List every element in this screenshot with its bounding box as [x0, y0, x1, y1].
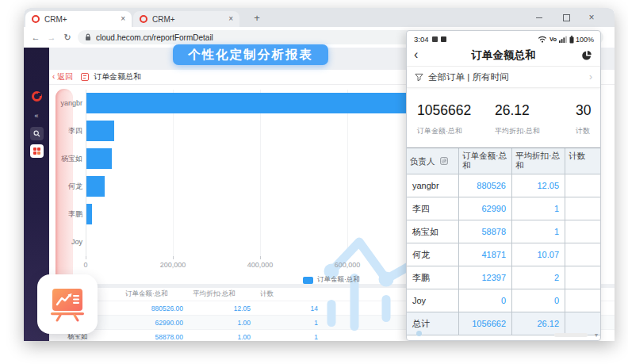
phone-row-name: 李四: [407, 197, 459, 220]
phone-table-row[interactable]: Joy00: [407, 289, 600, 312]
filter-funnel-icon: [415, 73, 423, 82]
summary-metric: 26.12平均折扣·总和: [495, 102, 540, 136]
phone-row-name: yangbr: [407, 174, 459, 197]
wifi-icon: [538, 36, 547, 43]
phone-column-header: 负责人: [407, 148, 459, 174]
chart-tick: [173, 256, 174, 259]
sidebar-report-app-button[interactable]: [24, 144, 49, 158]
page-back-link[interactable]: ‹ 返回: [52, 71, 73, 82]
phone-row-value: 0: [512, 289, 565, 312]
phone-row-value: 1: [512, 197, 565, 220]
mobile-preview-panel: 3:04 Vo 100% ‹ 订单金额总和: [406, 30, 601, 341]
phone-table-row[interactable]: 何龙4187110.07: [407, 243, 600, 266]
row-value: 58878.00: [125, 333, 193, 341]
summary-value: 1056662: [417, 102, 471, 119]
phone-row-value: 880526: [459, 174, 512, 197]
phone-row-value: [565, 266, 601, 289]
chart-tick-label: 200,000: [160, 261, 186, 269]
browser-tab[interactable]: CRM+×: [133, 11, 239, 27]
phone-row-value: [565, 220, 601, 243]
url-text: cloud.hecom.cn/reportFormDetail: [96, 33, 213, 42]
phone-table-row[interactable]: 杨宝如588781: [407, 220, 600, 243]
tab-close-icon[interactable]: ×: [228, 15, 233, 23]
phone-row-name: 杨宝如: [407, 220, 459, 243]
chart-tick-label: 400,000: [247, 261, 274, 269]
feature-badge-label: 个性化定制分析报表: [188, 47, 313, 63]
browser-tab[interactable]: CRM+×: [25, 11, 132, 27]
row-value: 1.00: [193, 333, 260, 341]
feature-badge: 个性化定制分析报表: [173, 44, 328, 65]
column-settings-icon[interactable]: [440, 157, 448, 165]
report-launcher-card[interactable]: [37, 274, 98, 334]
chart-bar[interactable]: [86, 176, 105, 197]
status-time: 3:04: [414, 35, 429, 44]
legend-swatch: [303, 277, 313, 284]
summary-metric: 1056662订单金额·总和: [417, 102, 471, 136]
sidebar-collapse-button[interactable]: «: [24, 111, 49, 121]
phone-filter-row[interactable]: 全部订单 | 所有时间 ›: [407, 67, 600, 88]
window-close-button[interactable]: ×: [580, 8, 603, 27]
phone-row-value: 26.12: [512, 312, 565, 335]
chart-bar[interactable]: [86, 204, 92, 224]
refresh-icon[interactable]: ↻: [60, 27, 75, 48]
filter-label: 全部订单 | 所有时间: [428, 71, 584, 83]
volte-icon: Vo: [550, 36, 557, 43]
chart-gridline: [173, 90, 174, 256]
new-tab-button[interactable]: +: [249, 10, 265, 26]
phone-row-value: [565, 174, 601, 197]
phone-column-header: 平均折扣·总和: [512, 148, 565, 174]
row-value: 12.05: [193, 305, 260, 312]
chart-legend: 订单金额·总和: [303, 275, 360, 285]
phone-nav-bar: ‹ 订单金额总和: [407, 45, 600, 67]
phone-row-value: [565, 243, 601, 266]
phone-table-row[interactable]: 李四629901: [407, 197, 600, 220]
swipe-gesture-highlight: [56, 89, 73, 297]
chart-gridline: [260, 90, 261, 256]
phone-row-value: 2: [512, 266, 565, 289]
back-nav-icon[interactable]: ←: [29, 27, 43, 48]
tab-label: CRM+: [44, 15, 116, 24]
chart-bar[interactable]: [86, 121, 114, 141]
pie-chart-icon[interactable]: [581, 50, 592, 61]
phone-status-bar: 3:04 Vo 100%: [414, 33, 594, 45]
chart-tick: [86, 256, 86, 259]
chevron-right-icon: ›: [589, 71, 592, 82]
phone-table-row[interactable]: 李鹏123972: [407, 266, 600, 289]
tab-close-icon[interactable]: ×: [121, 15, 125, 23]
tab-strip: CRM+×CRM+× + ×: [24, 8, 615, 27]
window-minimize-button[interactable]: [527, 8, 551, 27]
phone-row-name: 何龙: [407, 243, 459, 266]
search-icon: [33, 130, 40, 137]
browser-window: CRM+×CRM+× + × ← → ↻ cloud.hecom.cn/repo…: [24, 8, 615, 341]
column-header: 订单金额·总和: [125, 289, 193, 299]
phone-table-row[interactable]: yangbr88052612.05: [407, 174, 600, 197]
tab-label: CRM+: [152, 15, 224, 24]
phone-row-value: 62990: [459, 197, 512, 220]
phone-row-name: 总计: [407, 312, 459, 335]
sidebar-search-button[interactable]: [24, 126, 49, 140]
summary-value: 26.12: [495, 102, 540, 119]
battery-icon: [569, 36, 574, 44]
chart-bar[interactable]: [86, 148, 112, 169]
row-value: 62990.00: [125, 319, 193, 327]
resize-corner-icon: ▾: [595, 331, 598, 339]
phone-row-value: 1: [512, 220, 565, 243]
phone-table-header-row: 负责人订单金额·总和平均折扣·总和计数: [407, 148, 600, 174]
forward-nav-icon[interactable]: →: [44, 27, 59, 48]
horizontal-scrollbar[interactable]: [554, 333, 588, 337]
legend-label: 订单金额·总和: [317, 275, 360, 285]
chart-axis-line: [86, 90, 86, 256]
chart-tick: [260, 256, 261, 259]
crm-logo: [24, 89, 49, 103]
phone-table-row[interactable]: 总计105666226.12: [407, 312, 600, 335]
minimize-icon: [536, 17, 542, 18]
report-icon: [81, 73, 89, 81]
summary-label: 订单金额·总和: [417, 126, 471, 136]
row-value: 880526.00: [125, 305, 193, 312]
signal-icon: [559, 36, 567, 43]
window-maximize-button[interactable]: [554, 8, 578, 27]
presentation-chart-icon: [49, 286, 86, 323]
phone-title: 订单金额总和: [407, 45, 600, 66]
phone-row-name: 李鹏: [407, 266, 459, 289]
phone-row-value: [565, 289, 601, 312]
